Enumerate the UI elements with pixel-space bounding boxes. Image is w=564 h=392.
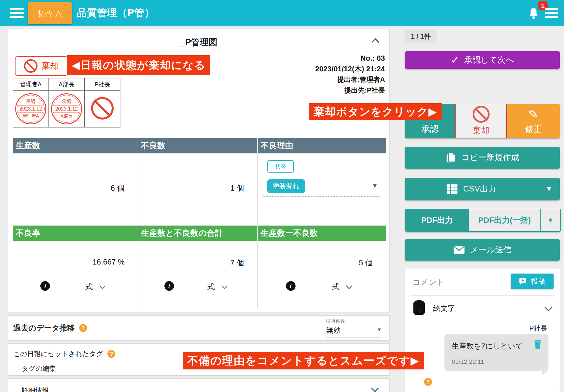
report-title: _P管理図	[8, 36, 389, 48]
comment-divider	[410, 296, 555, 296]
chevron-down-icon	[99, 283, 106, 289]
column-header-production: 生産数	[13, 138, 138, 153]
quality-management-app: 切替 △ 品質管理（P管） 1 _P管理図 棄却 No.: 63 2023/01…	[0, 0, 564, 392]
csv-export-dropdown-caret[interactable]: ▼	[538, 178, 560, 200]
help-icon[interactable]: ?	[107, 350, 115, 358]
rejected-stamp-icon	[91, 97, 114, 120]
fetch-count-select[interactable]: 取得件数 無効 ▼	[326, 317, 382, 338]
pdf-export-button[interactable]: PDF出力	[406, 209, 469, 231]
page-title: 品質管理（P管）	[77, 6, 155, 19]
comment-plus-icon	[519, 277, 527, 285]
approval-stamp-table: 管理者A A部長 P社長 承認 2023.1.12 管理者A 承認 2023.1…	[13, 78, 120, 127]
annotation-click-reject: 棄却ボタンをクリック▶	[309, 103, 442, 120]
switch-view-button[interactable]: 切替 △	[28, 2, 72, 24]
details-card: 詳細情報	[8, 378, 390, 392]
sum-value: 7 個	[230, 258, 244, 268]
help-icon[interactable]: ?	[79, 324, 87, 332]
column-header-defect-reason: 不良理由	[258, 138, 386, 153]
csv-export-button[interactable]: CSV出力 ▼	[405, 178, 560, 200]
defect-rate-value: 16.667 %	[92, 258, 125, 267]
approver-name: P社長	[85, 78, 120, 91]
prohibition-icon	[473, 106, 490, 123]
comment-panel: コメント 投稿 ↓ 絵文字 P社長 生産数を7にしといて 01/12 22:11	[405, 268, 560, 392]
send-mail-button[interactable]: メール送信	[405, 239, 560, 261]
grid-icon	[447, 183, 458, 195]
comment-bubble: 生産数を7にしといて 01/12 22:11	[444, 334, 548, 371]
info-icon[interactable]: i	[40, 281, 50, 291]
report-info-block: No.: 63 2023/01/12(木) 21:24 提出者:管理者A 提出先…	[315, 53, 385, 96]
overflow-menu-icon[interactable]	[545, 8, 558, 18]
delete-comment-trash-icon[interactable]	[534, 340, 542, 350]
help-icon[interactable]: ?	[424, 378, 432, 386]
select-caret-icon: ▼	[377, 327, 382, 333]
column-header-difference: 生産数ー不良数	[258, 226, 386, 241]
tag-edit-link[interactable]: タグの編集	[22, 364, 56, 373]
mail-icon	[453, 245, 465, 255]
defect-rate-cell: 16.667 % i 式	[13, 241, 138, 308]
column-header-sum: 生産数と不良数の合計	[138, 226, 258, 241]
formula-expander[interactable]: 式	[85, 282, 105, 292]
difference-value: 5 個	[359, 258, 373, 268]
difference-cell: 5 個 i 式	[258, 241, 386, 308]
app-header: 切替 △ 品質管理（P管） 1	[0, 0, 564, 26]
approve-and-next-button[interactable]: ✓ 承認して次へ	[405, 51, 560, 69]
report-number: No.: 63	[315, 53, 385, 63]
defects-cell: 1 個	[138, 153, 258, 226]
menu-icon[interactable]	[10, 7, 24, 19]
approval-stamp-row: 承認 2023.1.12 管理者A 承認 2023.1.12 A部長	[13, 91, 120, 127]
defect-reason-cell: 切替 塗装漏れ ▼	[258, 153, 386, 226]
comment-text: 生産数を7にしといて	[452, 341, 523, 351]
formula-expander[interactable]: 式	[332, 282, 351, 292]
rejected-status-badge: 棄却	[15, 56, 68, 76]
chevron-down-icon	[221, 283, 228, 289]
collapse-chevron-up-icon[interactable]	[373, 39, 378, 46]
copy-new-button[interactable]: コピー新規作成	[405, 147, 560, 169]
report-submit-to: 提出先:P社長	[315, 85, 385, 96]
pdf-export-bulk-button[interactable]: PDF出力(一括)	[469, 209, 540, 231]
prohibition-icon	[24, 59, 38, 73]
sum-cell: 7 個 i 式	[138, 241, 258, 308]
past-data-card: 過去のデータ推移 ? 取得件数 無効 ▼	[8, 315, 390, 341]
emoji-download-icon: ↓	[413, 301, 425, 315]
info-icon[interactable]: i	[164, 281, 174, 291]
formula-expander[interactable]: 式	[207, 282, 227, 292]
column-header-defects: 不良数	[138, 138, 258, 153]
defect-reason-dropdown-caret[interactable]: ▼	[372, 182, 378, 190]
tags-title: この日報にセットされたタグ	[13, 349, 103, 358]
approver-name: A部長	[49, 78, 85, 91]
info-icon[interactable]: i	[286, 281, 296, 291]
emoji-expander[interactable]: ↓ 絵文字	[412, 301, 553, 316]
pdf-export-button-group: PDF出力 PDF出力(一括) ▼	[405, 209, 561, 232]
column-header-defect-rate: 不良率	[13, 226, 138, 241]
triangle-icon: △	[55, 9, 62, 17]
approver-header-row: 管理者A A部長 P社長	[13, 78, 120, 91]
comment-panel-title: コメント	[412, 277, 445, 288]
edit-button[interactable]: ✎ 修正	[507, 104, 560, 138]
reject-button[interactable]: 棄却	[455, 104, 507, 138]
pencil-icon: ✎	[528, 107, 539, 121]
check-icon: ✓	[451, 54, 459, 66]
chevron-down-icon	[546, 305, 551, 311]
defects-value: 1 個	[230, 183, 244, 193]
details-title: 詳細情報	[22, 386, 49, 392]
switch-view-label: 切替	[38, 9, 52, 18]
annotation-comment-hint: 不備の理由をコメントするとスムーズです▶	[183, 352, 424, 369]
comment-timestamp: 01/12 22:11	[452, 358, 484, 365]
report-datetime: 2023/01/12(木) 21:24	[315, 63, 385, 74]
rejected-status-label: 棄却	[41, 60, 59, 72]
approval-stamp: 承認 2023.1.12 A部長	[51, 93, 82, 124]
approver-name: 管理者A	[13, 78, 49, 91]
chevron-down-icon	[346, 283, 352, 289]
metrics-table: 生産数 不良数 不良理由 6 個 1 個 切替 塗装漏れ ▼ 不良率 生産数と不…	[13, 138, 386, 308]
post-comment-button[interactable]: 投稿	[511, 274, 554, 289]
defect-reason-underline	[263, 196, 380, 197]
csv-export-main[interactable]: CSV出力	[405, 178, 538, 200]
pdf-export-dropdown-caret[interactable]: ▼	[540, 209, 560, 231]
details-chevron-down-icon[interactable]	[372, 386, 378, 392]
defect-reason-switch-button[interactable]: 切替	[267, 160, 294, 173]
approval-stamp: 承認 2023.1.12 管理者A	[15, 93, 46, 124]
record-pager: 1 / 1件	[405, 30, 437, 43]
production-cell: 6 個	[13, 153, 138, 226]
comment-author: P社長	[529, 324, 547, 333]
defect-reason-chip[interactable]: 塗装漏れ	[267, 179, 305, 193]
